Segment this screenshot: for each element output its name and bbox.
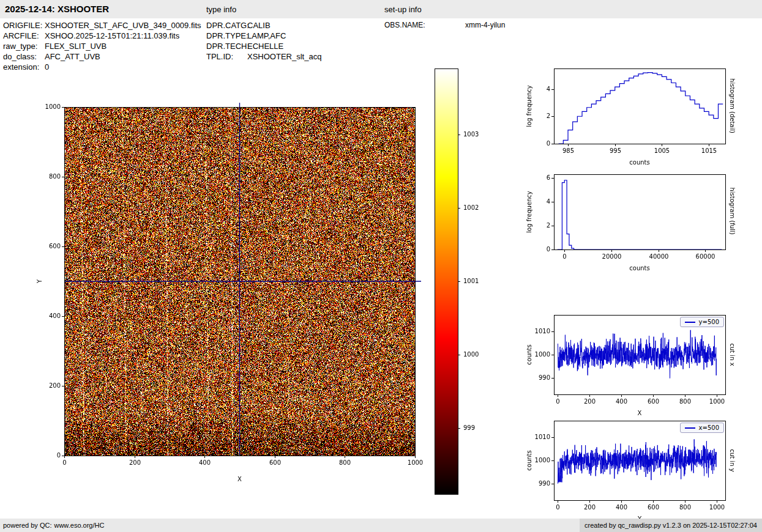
header-bar: 2025-12-14: XSHOOTER type info set-up in… (0, 0, 762, 18)
cut-in-x-caption: cut in x (729, 343, 736, 366)
obs-name-value: xmm-4-yilun (465, 21, 505, 29)
histogram-detail-plot (517, 57, 734, 176)
type-info-heading: type info (206, 5, 236, 14)
extension-label: extension: (3, 62, 39, 72)
do-class-label: do_class: (3, 52, 37, 61)
setup-info-heading: set-up info (384, 5, 422, 14)
origfile-label: ORIGFILE: (3, 21, 42, 30)
footer-created-by: created by qc_rawdisp.py v1.2.3 on 2025-… (580, 519, 762, 532)
extension-value: 0 (45, 62, 49, 72)
arcfile-value: XSHOO.2025-12-15T01:21:11.039.fits (45, 31, 179, 40)
histogram-detail-caption: histogram (detail) (729, 78, 736, 133)
dpr-type-label: DPR.TYPE: (206, 31, 248, 40)
tpl-id-value: XSHOOTER_slt_acq (247, 52, 321, 61)
dpr-catg-label: DPR.CATG: (206, 21, 249, 30)
footer-powered-by: powered by QC: www.eso.org/HC (0, 522, 104, 529)
raw-type-label: raw_type: (3, 42, 37, 51)
qc-home-link[interactable]: www.eso.org/HC (54, 522, 104, 529)
footer-bar: powered by QC: www.eso.org/HC created by… (0, 519, 762, 532)
dpr-tech-value: ECHELLE (247, 42, 283, 51)
cut-in-y-caption: cut in y (729, 449, 736, 471)
histogram-full-caption: histogram (full) (729, 187, 736, 234)
page-title: 2025-12-14: XSHOOTER (5, 4, 109, 14)
arcfile-label: ARCFILE: (3, 31, 39, 40)
legend-line-sample (685, 427, 695, 429)
qc-report-page: 2025-12-14: XSHOOTER type info set-up in… (0, 0, 762, 532)
do-class-value: AFC_ATT_UVB (45, 52, 100, 61)
colorbar (432, 64, 487, 499)
cut-in-x-legend-label: y=500 (699, 319, 719, 325)
legend-line-sample (685, 322, 695, 323)
dpr-tech-label: DPR.TECH: (206, 42, 249, 51)
cut-in-x-legend: y=500 (680, 317, 724, 327)
dpr-type-value: LAMP,AFC (247, 31, 286, 40)
origfile-value: XSHOOTER_SLT_AFC_UVB_349_0009.fits (45, 21, 201, 30)
cut-in-y-legend-label: x=500 (699, 424, 719, 431)
obs-name-label: OBS.NAME: (384, 21, 425, 29)
tpl-id-label: TPL.ID: (206, 52, 233, 61)
raw-image-plot (34, 91, 431, 491)
raw-type-value: FLEX_SLIT_UVB (45, 42, 106, 51)
cut-in-y-legend: x=500 (680, 423, 724, 433)
histogram-full-plot (517, 163, 734, 282)
powered-by-text: powered by QC: (3, 522, 51, 529)
dpr-catg-value: CALIB (247, 21, 271, 30)
